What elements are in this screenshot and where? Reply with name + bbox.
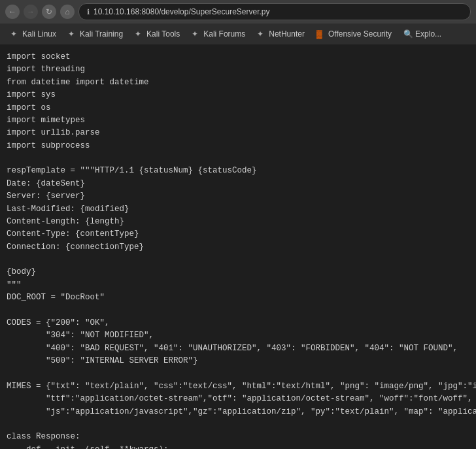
bookmark-nethunter[interactable]: ✦ NetHunter xyxy=(252,27,310,41)
bookmark-kali-training[interactable]: ✦ Kali Training xyxy=(63,27,128,41)
bookmark-kali-tools-label: Kali Tools xyxy=(146,29,180,39)
bookmarks-bar: ✦ Kali Linux ✦ Kali Training ✦ Kali Tool… xyxy=(0,24,476,44)
kali-tools-icon: ✦ xyxy=(135,29,144,39)
url-text: 10.10.10.168:8080/develop/SuperSecureSer… xyxy=(94,7,270,16)
bookmark-kali-linux-label: Kali Linux xyxy=(22,29,56,39)
info-icon: ℹ xyxy=(87,8,90,16)
kali-forums-icon: ✦ xyxy=(192,29,201,39)
address-bar[interactable]: ℹ 10.10.10.168:8080/develop/SuperSecureS… xyxy=(78,3,471,20)
bookmark-offensive-security[interactable]: ▓ Offensive Security xyxy=(311,27,397,41)
back-button[interactable]: ← xyxy=(5,5,20,19)
offensive-security-icon: ▓ xyxy=(316,29,326,39)
bookmark-offensive-security-label: Offensive Security xyxy=(328,29,392,39)
kali-training-icon: ✦ xyxy=(68,29,77,39)
bookmark-kali-tools[interactable]: ✦ Kali Tools xyxy=(129,27,185,41)
nethunter-icon: ✦ xyxy=(257,29,266,39)
code-display: import socket import threading from date… xyxy=(7,51,469,449)
explore-icon: 🔍 xyxy=(403,29,413,39)
reload-button[interactable]: ↻ xyxy=(42,5,56,19)
content-area[interactable]: import socket import threading from date… xyxy=(0,44,476,449)
bookmark-nethunter-label: NetHunter xyxy=(269,29,305,39)
kali-linux-icon: ✦ xyxy=(10,29,20,39)
forward-button[interactable]: → xyxy=(24,5,38,19)
bookmark-kali-forums-label: Kali Forums xyxy=(203,29,245,39)
bookmark-kali-training-label: Kali Training xyxy=(80,29,123,39)
bookmark-kali-forums[interactable]: ✦ Kali Forums xyxy=(186,27,250,41)
bookmark-explore[interactable]: 🔍 Explo... xyxy=(398,27,447,41)
nav-bar: ← → ↻ ⌂ ℹ 10.10.10.168:8080/develop/Supe… xyxy=(0,0,476,24)
bookmark-kali-linux[interactable]: ✦ Kali Linux xyxy=(5,27,61,41)
browser-chrome: ← → ↻ ⌂ ℹ 10.10.10.168:8080/develop/Supe… xyxy=(0,0,476,44)
home-button[interactable]: ⌂ xyxy=(60,5,75,19)
bookmark-explore-label: Explo... xyxy=(415,29,441,39)
